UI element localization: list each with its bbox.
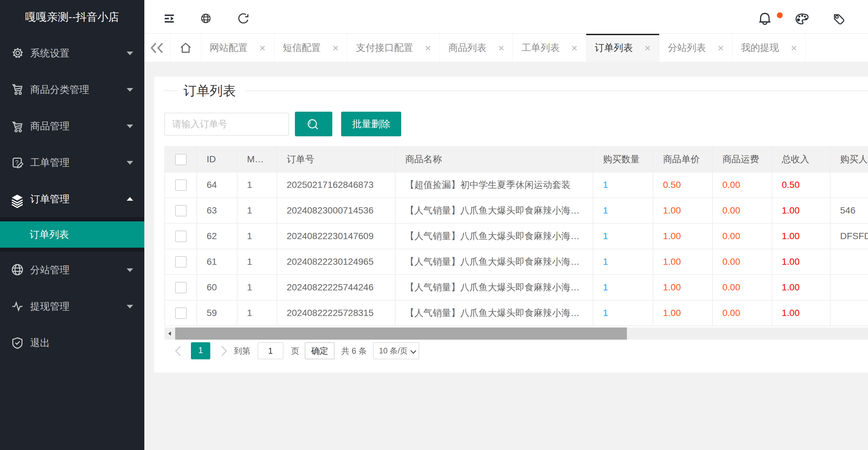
svg-text:?: ? <box>15 159 19 166</box>
